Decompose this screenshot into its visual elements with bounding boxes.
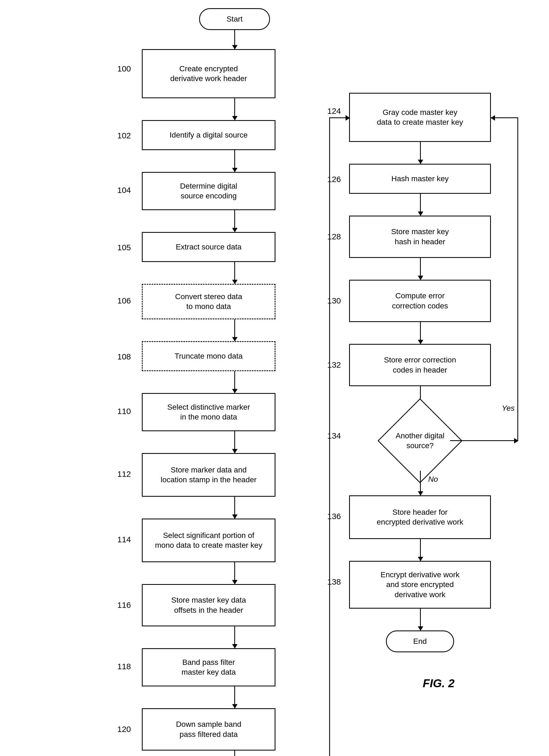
box-102: Identify a digital source xyxy=(142,120,275,150)
yes-label: Yes xyxy=(502,404,515,413)
arrow-118-120 xyxy=(234,686,235,708)
box-105: Extract source data xyxy=(142,232,275,262)
arrow-136-138 xyxy=(420,539,421,561)
arrow-120-122 xyxy=(234,751,235,756)
box-104: Determine digital source encoding xyxy=(142,172,275,210)
arrow-104-105 xyxy=(234,210,235,232)
ref-108: 108 xyxy=(117,352,131,361)
arrow-108-110 xyxy=(234,371,235,393)
box-130: Compute error correction codes xyxy=(349,280,491,322)
arrow-102-104 xyxy=(234,150,235,172)
box-105-label: Extract source data xyxy=(176,242,242,252)
box-118: Band pass filter master key data xyxy=(142,648,275,686)
arrow-124-126 xyxy=(420,142,421,164)
line-122-up xyxy=(329,117,330,756)
arrow-106-108 xyxy=(234,319,235,341)
box-126: Hash master key xyxy=(349,164,491,194)
box-116: Store master key data offsets in the hea… xyxy=(142,584,275,626)
box-108-label: Truncate mono data xyxy=(175,351,243,361)
ref-124: 124 xyxy=(327,106,341,116)
box-110-label: Select distinctive marker in the mono da… xyxy=(167,402,250,422)
ref-100: 100 xyxy=(117,64,131,73)
ref-106: 106 xyxy=(117,296,131,305)
diamond-134-label: Another digital source? xyxy=(395,431,444,451)
box-104-label: Determine digital source encoding xyxy=(180,181,237,201)
arrow-105-106 xyxy=(234,262,235,284)
box-108: Truncate mono data xyxy=(142,341,275,371)
end-label: End xyxy=(413,636,427,646)
arrow-yes-back xyxy=(491,117,518,118)
box-126-label: Hash master key xyxy=(391,174,449,184)
box-112: Store marker data and location stamp in … xyxy=(142,453,275,497)
box-120-label: Down sample band pass filtered data xyxy=(176,719,242,739)
box-128: Store master key hash in header xyxy=(349,216,491,258)
box-114-label: Select significant portion of mono data … xyxy=(155,531,263,550)
arrow-128-130 xyxy=(420,258,421,280)
ref-120: 120 xyxy=(117,725,131,734)
arrow-yes-right xyxy=(450,440,518,441)
box-124-label: Gray code master key data to create mast… xyxy=(377,108,463,127)
arrow-122-to-124 xyxy=(329,117,350,118)
box-130-label: Compute error correction codes xyxy=(392,291,448,311)
box-132: Store error correction codes in header xyxy=(349,344,491,386)
box-114: Select significant portion of mono data … xyxy=(142,519,275,562)
ref-105: 105 xyxy=(117,243,131,252)
arrow-start-100 xyxy=(234,30,235,49)
box-106: Convert stereo data to mono data xyxy=(142,284,275,319)
box-100-label: Create encrypted derivative work header xyxy=(170,64,247,84)
arrow-138-end xyxy=(420,609,421,630)
ref-118: 118 xyxy=(117,662,131,671)
box-100: Create encrypted derivative work header xyxy=(142,49,275,98)
box-128-label: Store master key hash in header xyxy=(391,227,449,247)
arrow-110-112 xyxy=(234,431,235,453)
fig-label: FIG. 2 xyxy=(423,677,455,690)
box-136-label: Store header for encrypted derivative wo… xyxy=(377,507,463,527)
ref-104: 104 xyxy=(117,186,131,195)
arrow-114-116 xyxy=(234,562,235,584)
diagram: Start Create encrypted derivative work h… xyxy=(0,0,549,756)
arrow-116-118 xyxy=(234,626,235,648)
arrow-no-down xyxy=(420,471,421,495)
arrow-126-128 xyxy=(420,194,421,216)
box-118-label: Band pass filter master key data xyxy=(181,657,236,677)
start-shape: Start xyxy=(199,8,270,30)
arrow-112-114 xyxy=(234,497,235,519)
box-120: Down sample band pass filtered data xyxy=(142,708,275,751)
start-label: Start xyxy=(227,14,243,24)
box-106-label: Convert stereo data to mono data xyxy=(175,292,242,312)
box-132-label: Store error correction codes in header xyxy=(384,355,456,375)
arrow-100-102 xyxy=(234,98,235,120)
ref-110: 110 xyxy=(117,407,131,416)
arrow-130-132 xyxy=(420,322,421,344)
end-shape: End xyxy=(386,630,454,652)
line-yes-up xyxy=(517,117,518,441)
box-116-label: Store master key data offsets in the hea… xyxy=(171,595,246,615)
box-136: Store header for encrypted derivative wo… xyxy=(349,495,491,539)
box-124: Gray code master key data to create mast… xyxy=(349,93,491,142)
box-138-label: Encrypt derivative work and store encryp… xyxy=(380,570,459,600)
box-112-label: Store marker data and location stamp in … xyxy=(161,465,257,485)
ref-116: 116 xyxy=(117,600,131,610)
box-138: Encrypt derivative work and store encryp… xyxy=(349,561,491,609)
box-110: Select distinctive marker in the mono da… xyxy=(142,393,275,431)
no-label: No xyxy=(428,475,438,484)
box-102-label: Identify a digital source xyxy=(170,130,248,140)
ref-114: 114 xyxy=(117,535,131,544)
ref-102: 102 xyxy=(117,131,131,140)
ref-112: 112 xyxy=(117,469,131,479)
